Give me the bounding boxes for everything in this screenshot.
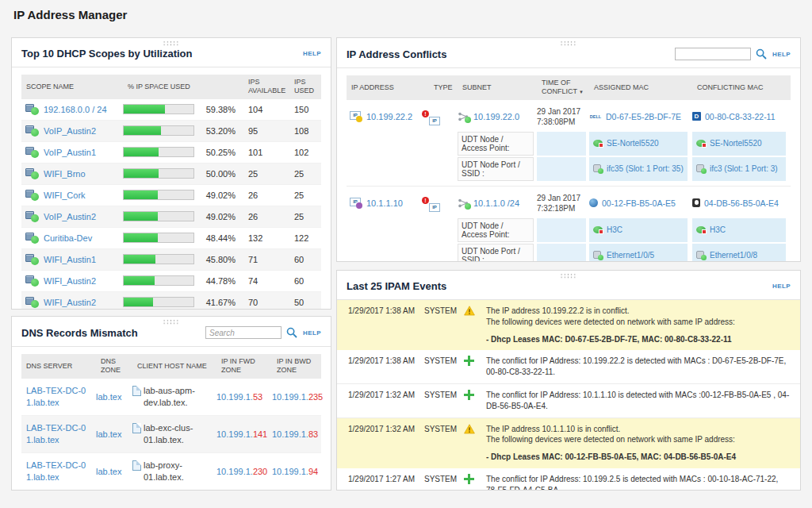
dns-server-link[interactable]: LAB-TEX-DC-01.lab.tex bbox=[26, 423, 86, 444]
dns-server-link[interactable]: LAB-TEX-DC-01.lab.tex bbox=[26, 386, 86, 406]
dhcp-scope-icon bbox=[25, 296, 39, 308]
event-time: 1/29/2017 1:38 AM bbox=[348, 306, 424, 315]
assigned-mac-link[interactable]: 00-12-FB-B5-0A-E5 bbox=[602, 198, 676, 208]
panel-title: Top 10 DHCP Scopes by Utilization bbox=[21, 48, 303, 60]
dhcp-scope-row: WIFI_Austin244.78%7460 bbox=[21, 271, 321, 292]
help-link[interactable]: HELP bbox=[303, 329, 321, 337]
dlink-logo-icon: D bbox=[692, 112, 701, 121]
search-icon[interactable] bbox=[756, 48, 768, 60]
conflicting-node-link[interactable]: H3C bbox=[710, 225, 726, 234]
dns-zone-link[interactable]: lab.tex bbox=[96, 467, 121, 476]
time-of-conflict: 29 Jan 20177:32:18PM bbox=[537, 193, 589, 214]
conflicting-port-link[interactable]: Ethernet1/0/8 bbox=[710, 251, 757, 260]
dhcp-scope-row: 192.168.0.0 / 2459.38%104150 bbox=[21, 99, 321, 121]
utilization-percent: 49.02% bbox=[194, 190, 243, 200]
scope-name-link[interactable]: WIFI_Austin2 bbox=[44, 298, 96, 307]
help-link[interactable]: HELP bbox=[303, 50, 321, 57]
scope-name-link[interactable]: VoIP_Austin2 bbox=[44, 126, 96, 136]
event-source: SYSTEM bbox=[424, 356, 464, 365]
udt-node-label: UDT Node / Access Point: bbox=[458, 218, 534, 242]
column-header-sortable[interactable]: TIME OF CONFLICT bbox=[537, 75, 589, 100]
node-status-icon bbox=[593, 140, 603, 148]
dhcp-scope-row: WIFI_Cork49.02%2625 bbox=[21, 185, 321, 206]
ipam-event-row: 1/29/2017 1:27 AMSYSTEMThe conflict for … bbox=[337, 468, 800, 491]
utilization-bar bbox=[123, 297, 194, 307]
column-header: SUBNET bbox=[458, 80, 537, 95]
apple-logo-icon bbox=[692, 198, 700, 207]
dns-zone-link[interactable]: lab.tex bbox=[96, 392, 121, 402]
ips-used-value: 25 bbox=[289, 169, 321, 179]
scope-name-link[interactable]: WIFI_Cork bbox=[44, 190, 86, 200]
column-header: % IP SPACE USED bbox=[123, 79, 243, 94]
search-input[interactable] bbox=[205, 326, 282, 339]
ips-used-value: 60 bbox=[289, 255, 321, 264]
fwd-ip-prefix[interactable]: 10.199.1. bbox=[216, 429, 253, 439]
dhcp-scope-row: WIFI_Austin145.80%7160 bbox=[21, 249, 321, 271]
column-header: TYPE bbox=[429, 80, 458, 95]
search-icon[interactable] bbox=[286, 327, 298, 339]
bwd-ip-prefix[interactable]: 10.199.1. bbox=[272, 429, 308, 439]
search-input[interactable] bbox=[675, 48, 751, 60]
fwd-ip-mismatch-octet: 141 bbox=[253, 429, 267, 439]
assigned-node-link[interactable]: SE-Nortel5520 bbox=[607, 139, 659, 148]
add-icon bbox=[464, 474, 474, 484]
panel-title: Last 25 IPAM Events bbox=[347, 280, 772, 292]
column-header: DNS ZONE bbox=[96, 354, 132, 379]
ipam-event-row: 1/29/2017 1:38 AMSYSTEMThe conflict for … bbox=[337, 350, 800, 384]
utilization-bar bbox=[123, 211, 194, 221]
ip-address-icon: IP bbox=[350, 198, 362, 208]
subnet-link[interactable]: 10.199.22.0 bbox=[473, 112, 519, 121]
dhcp-scope-icon bbox=[25, 253, 39, 265]
client-host-name: lab-exc-clus-01.lab.tex. bbox=[144, 422, 212, 445]
ips-available-value: 25 bbox=[243, 169, 289, 179]
assigned-mac-link[interactable]: D0-67-E5-2B-DF-7E bbox=[606, 112, 681, 121]
scope-name-link[interactable]: WIFI_Brno bbox=[44, 169, 86, 179]
conflict-ip-link[interactable]: 10.199.22.2 bbox=[366, 112, 412, 121]
fwd-ip-prefix[interactable]: 10.199.1. bbox=[216, 392, 253, 402]
dhcp-scope-icon bbox=[25, 210, 39, 222]
help-link[interactable]: HELP bbox=[772, 51, 791, 58]
scope-name-link[interactable]: Curitiba-Dev bbox=[44, 233, 92, 243]
scope-name-link[interactable]: VoIP_Austin2 bbox=[44, 212, 96, 221]
time-of-conflict: 29 Jan 20177:38:08PM bbox=[537, 106, 589, 127]
conflicting-mac-link[interactable]: 04-DB-56-B5-0A-E4 bbox=[704, 198, 779, 208]
ips-available-value: 101 bbox=[243, 148, 289, 157]
utilization-percent: 53.20% bbox=[194, 126, 243, 136]
dns-server-link[interactable]: LAB-TEX-DC-01.lab.tex bbox=[26, 460, 86, 481]
conflict-ip-link[interactable]: 10.1.1.10 bbox=[366, 198, 403, 208]
utilization-bar bbox=[123, 147, 194, 157]
subnet-link[interactable]: 10.1.1.0 /24 bbox=[473, 198, 519, 208]
scope-name-link[interactable]: 192.168.0.0 / 24 bbox=[44, 105, 107, 114]
event-message: The conflict for IP Address: 10.199.2.5 … bbox=[486, 474, 794, 491]
assigned-node-link[interactable]: H3C bbox=[607, 225, 622, 234]
assigned-port-link[interactable]: Ethernet1/0/5 bbox=[607, 251, 654, 260]
ips-available-value: 95 bbox=[243, 126, 289, 136]
ipam-event-row: 1/29/2017 1:32 AMSYSTEMThe IP address 10… bbox=[337, 418, 800, 468]
bwd-ip-prefix[interactable]: 10.199.1. bbox=[272, 392, 308, 402]
column-header: CONFLICTING MAC bbox=[692, 80, 791, 95]
scope-name-link[interactable]: VoIP_Austin1 bbox=[44, 148, 96, 157]
dns-zone-link[interactable]: lab.tex bbox=[96, 429, 121, 439]
event-time: 1/29/2017 1:27 AM bbox=[348, 474, 424, 483]
utilization-bar bbox=[123, 168, 194, 179]
event-source: SYSTEM bbox=[424, 390, 464, 399]
scope-name-link[interactable]: WIFI_Austin1 bbox=[44, 255, 96, 264]
ips-used-value: 25 bbox=[289, 212, 321, 221]
conflicting-port-link[interactable]: ifc3 (Slot: 1 Port: 3) bbox=[710, 164, 778, 173]
assigned-port-link[interactable]: ifc35 (Slot: 1 Port: 35) bbox=[607, 164, 684, 173]
ips-available-value: 26 bbox=[243, 190, 289, 200]
bwd-ip-prefix[interactable]: 10.199.1. bbox=[272, 467, 308, 476]
fwd-ip-prefix[interactable]: 10.199.1. bbox=[216, 467, 253, 476]
bwd-ip-mismatch-octet: 235 bbox=[308, 392, 323, 402]
ipam-event-row: 1/29/2017 1:38 AMSYSTEMThe IP address 10… bbox=[337, 300, 800, 350]
help-link[interactable]: HELP bbox=[772, 283, 791, 290]
utilization-percent: 48.44% bbox=[194, 233, 243, 243]
conflicting-node-link[interactable]: SE-Nortel5520 bbox=[710, 139, 762, 148]
panel-title: IP Address Conflicts bbox=[347, 48, 675, 60]
dhcp-scope-row: WIFI_Brno50.00%2525 bbox=[21, 164, 321, 185]
scope-name-link[interactable]: WIFI_Austin2 bbox=[44, 276, 96, 286]
warning-icon bbox=[464, 309, 475, 318]
column-header: CLIENT HOST NAME bbox=[132, 359, 216, 374]
column-header: IPS USED bbox=[289, 75, 321, 99]
conflicting-mac-link[interactable]: 00-80-C8-33-22-11 bbox=[705, 112, 776, 121]
